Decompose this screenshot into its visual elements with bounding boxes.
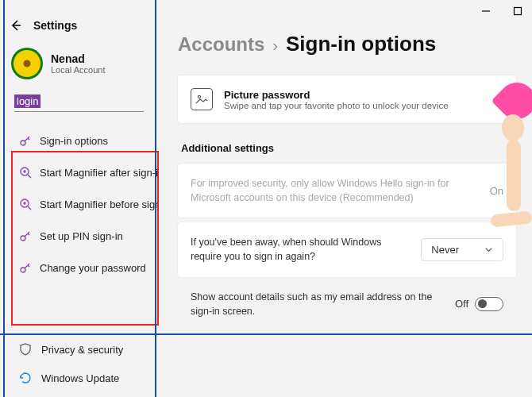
shield-icon	[19, 343, 32, 356]
require-signin-dropdown[interactable]: Never	[421, 238, 503, 261]
sidebar-item-update[interactable]: Windows Update	[14, 364, 158, 392]
setting-text: If you've been away, when should Windows…	[191, 235, 405, 264]
account-name: Nenad	[51, 52, 106, 65]
result-label: Change your password	[40, 262, 146, 274]
breadcrumb: Accounts › Sign-in options	[178, 32, 516, 56]
result-sign-in-options[interactable]: Sign-in options	[14, 125, 158, 156]
show-details-toggle[interactable]	[475, 297, 503, 311]
result-change-password[interactable]: Change your password	[14, 252, 158, 283]
key-icon	[19, 134, 32, 147]
svg-line-19	[28, 265, 29, 267]
result-magnifier-before[interactable]: Start Magnifier before sign-in	[14, 188, 158, 220]
search-query: login	[14, 94, 40, 108]
setting-require-signin: If you've been away, when should Windows…	[178, 222, 516, 276]
chevron-down-icon	[484, 245, 493, 254]
magnify-plus-icon	[19, 166, 32, 179]
setting-value: On	[490, 185, 503, 197]
svg-line-5	[28, 138, 29, 140]
picture-password-card[interactable]: Picture password Swipe and tap your favo…	[178, 75, 516, 123]
card-subtitle: Swipe and tap your favorite photo to unl…	[224, 101, 449, 110]
update-icon	[19, 372, 32, 384]
result-label: Sign-in options	[40, 135, 108, 147]
sidebar-item-label: Windows Update	[41, 372, 119, 384]
search-results-list: Sign-in options Start Magnifier after si…	[0, 117, 158, 283]
search-input[interactable]: login	[0, 94, 158, 117]
picture-icon	[191, 88, 213, 110]
toggle-label: Off	[455, 298, 468, 310]
key-icon	[19, 229, 32, 242]
account-type: Local Account	[51, 65, 106, 75]
svg-line-11	[28, 206, 31, 210]
key-icon	[19, 261, 32, 274]
chevron-right-icon: ›	[272, 37, 278, 55]
result-pin-signin[interactable]: Set up PIN sign-in	[14, 220, 158, 252]
result-label: Set up PIN sign-in	[40, 230, 123, 242]
setting-hello-signin: For improved security, only allow Window…	[178, 164, 516, 218]
setting-show-details: Show account details such as my email ad…	[178, 282, 516, 331]
result-label: Start Magnifier after sign-in	[40, 167, 158, 179]
app-title: Settings	[33, 19, 77, 32]
setting-text: For improved security, only allow Window…	[191, 176, 474, 205]
sidebar-item-label: Privacy & security	[41, 344, 123, 356]
magnify-plus-icon	[19, 198, 32, 210]
svg-line-7	[28, 175, 31, 178]
result-label: Start Magnifier before sign-in	[40, 198, 158, 210]
result-magnifier-after[interactable]: Start Magnifier after sign-in	[14, 156, 158, 188]
svg-point-20	[198, 95, 200, 98]
sidebar-item-privacy[interactable]: Privacy & security	[14, 335, 158, 364]
back-button[interactable]	[10, 19, 22, 32]
avatar	[11, 48, 43, 79]
setting-text: Show account details such as my email ad…	[191, 290, 439, 318]
card-title: Picture password	[224, 89, 449, 101]
section-header: Additional settings	[181, 142, 516, 154]
dropdown-value: Never	[431, 244, 459, 256]
breadcrumb-parent[interactable]: Accounts	[178, 33, 264, 56]
page-title: Sign-in options	[286, 32, 436, 56]
account-block[interactable]: Nenad Local Account	[0, 44, 158, 94]
svg-line-16	[28, 233, 29, 235]
